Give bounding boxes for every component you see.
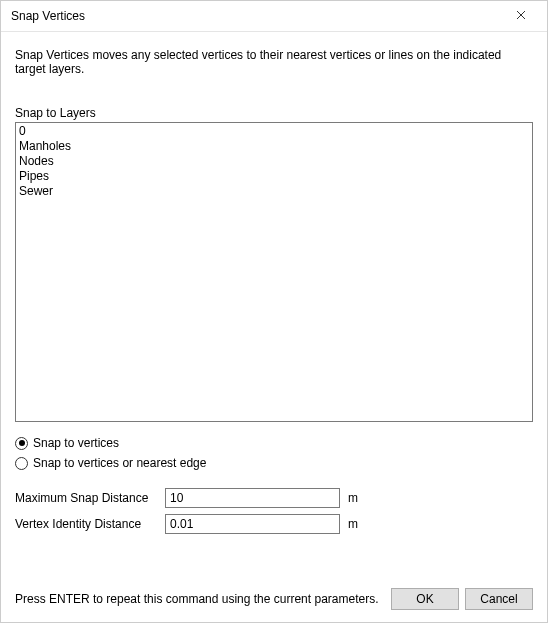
list-item[interactable]: Manholes — [19, 139, 529, 154]
vertex-identity-distance-input[interactable] — [165, 514, 340, 534]
param-vertex-identity-distance: Vertex Identity Distance m — [15, 514, 533, 534]
close-icon — [516, 9, 526, 23]
description-text: Snap Vertices moves any selected vertice… — [15, 48, 533, 76]
radio-label: Snap to vertices or nearest edge — [33, 456, 206, 470]
footer-buttons: OK Cancel — [391, 588, 533, 610]
snap-mode-group: Snap to vertices Snap to vertices or nea… — [15, 436, 533, 470]
list-item[interactable]: Nodes — [19, 154, 529, 169]
window-title: Snap Vertices — [11, 9, 85, 23]
radio-label: Snap to vertices — [33, 436, 119, 450]
param-label: Vertex Identity Distance — [15, 517, 165, 531]
dialog-snap-vertices: Snap Vertices Snap Vertices moves any se… — [0, 0, 548, 623]
cancel-button[interactable]: Cancel — [465, 588, 533, 610]
snap-to-layers-listbox[interactable]: 0 Manholes Nodes Pipes Sewer — [15, 122, 533, 422]
max-snap-distance-input[interactable] — [165, 488, 340, 508]
list-item[interactable]: Pipes — [19, 169, 529, 184]
dialog-footer: Press ENTER to repeat this command using… — [1, 578, 547, 622]
radio-icon — [15, 457, 28, 470]
snap-to-layers-label: Snap to Layers — [15, 106, 533, 120]
list-item[interactable]: 0 — [19, 124, 529, 139]
radio-snap-to-vertices[interactable]: Snap to vertices — [15, 436, 533, 450]
ok-button[interactable]: OK — [391, 588, 459, 610]
titlebar: Snap Vertices — [1, 1, 547, 32]
param-label: Maximum Snap Distance — [15, 491, 165, 505]
close-button[interactable] — [501, 2, 541, 30]
radio-snap-to-vertices-or-edge[interactable]: Snap to vertices or nearest edge — [15, 456, 533, 470]
footer-hint: Press ENTER to repeat this command using… — [15, 592, 379, 606]
param-max-snap-distance: Maximum Snap Distance m — [15, 488, 533, 508]
unit-label: m — [348, 491, 358, 505]
dialog-body: Snap Vertices moves any selected vertice… — [1, 32, 547, 534]
radio-icon — [15, 437, 28, 450]
list-item[interactable]: Sewer — [19, 184, 529, 199]
unit-label: m — [348, 517, 358, 531]
